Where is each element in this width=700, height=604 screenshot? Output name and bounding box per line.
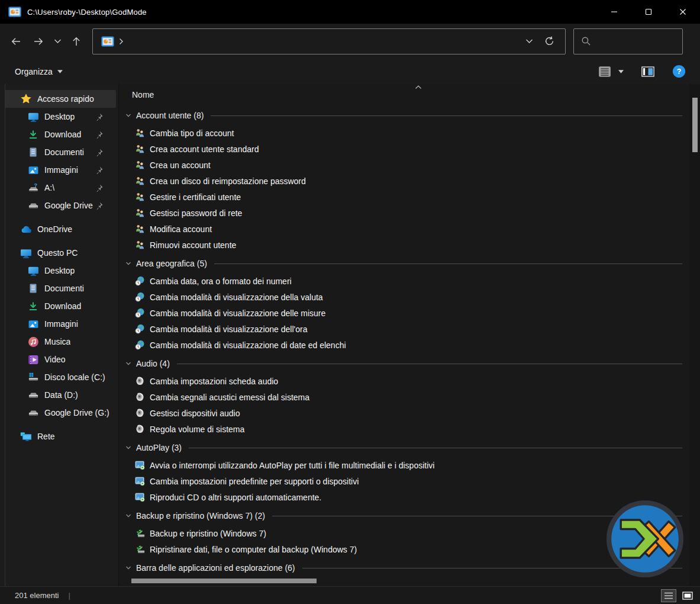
- breadcrumb[interactable]: [99, 35, 126, 48]
- group-header-area-geografica-5[interactable]: Area geografica (5): [119, 255, 685, 272]
- file-item-cambia-segnali-acustici-emessi-dal-sistema[interactable]: Cambia segnali acustici emessi dal siste…: [119, 389, 685, 405]
- file-item-rimuovi-account-utente[interactable]: Rimuovi account utente: [119, 237, 685, 253]
- control-panel-icon: [101, 36, 114, 47]
- file-item-crea-account-utente-standard[interactable]: Crea account utente standard: [119, 141, 685, 157]
- file-item-cambia-modalit-di-visualizzazione-di-date-ed-elenchi[interactable]: Cambia modalità di visualizzazione di da…: [119, 337, 685, 353]
- sort-ascending-icon[interactable]: [415, 85, 422, 89]
- backup-icon: [135, 528, 145, 538]
- close-button[interactable]: [666, 0, 700, 24]
- users-icon: [135, 192, 145, 202]
- preview-pane-button[interactable]: [638, 62, 658, 81]
- sidebar-item-musica[interactable]: Musica: [5, 333, 116, 351]
- file-item-cambia-data-ora-o-formato-dei-numeri[interactable]: Cambia data, ora o formato dei numeri: [119, 273, 685, 289]
- search-box[interactable]: [573, 28, 683, 54]
- file-item-gestisci-password-di-rete[interactable]: Gestisci password di rete: [119, 205, 685, 221]
- file-item-crea-un-account[interactable]: Crea un account: [119, 157, 685, 173]
- sidebar-item-label: Desktop: [44, 112, 75, 121]
- sidebar-item-download[interactable]: Download: [5, 297, 116, 315]
- file-item-regola-volume-di-sistema[interactable]: Regola volume di sistema: [119, 421, 685, 437]
- group-header-barra-delle-applicazioni-ed-esplorazione-6[interactable]: Barra delle applicazioni ed esplorazione…: [119, 560, 685, 576]
- vertical-scrollbar-thumb[interactable]: [692, 98, 698, 152]
- help-button[interactable]: ?: [669, 62, 689, 81]
- sidebar-item-label: Questo PC: [37, 248, 78, 258]
- file-item-label: Cambia modalità di visualizzazione della…: [150, 293, 323, 302]
- minimize-button[interactable]: [597, 0, 631, 24]
- details-view-toggle[interactable]: [661, 589, 676, 602]
- vertical-scrollbar[interactable]: [689, 84, 700, 586]
- file-item-avvia-o-interrompi-utilizzando-autoplay-per-tutti-i-file-multimediali-e-i-dispositivi[interactable]: Avvia o interrompi utilizzando AutoPlay …: [119, 457, 685, 473]
- maximize-button[interactable]: [631, 0, 666, 24]
- users-icon: [135, 160, 145, 170]
- sidebar-item-questo-pc[interactable]: Questo PC: [5, 244, 116, 262]
- group-autoplay-3: AutoPlay (3)Avvia o interrompi utilizzan…: [119, 437, 685, 505]
- group-divider-line: [177, 364, 682, 364]
- sidebar-item-video[interactable]: Video: [5, 351, 116, 368]
- sidebar-item-onedrive[interactable]: OneDrive: [5, 220, 116, 238]
- organizza-button[interactable]: Organizza: [15, 67, 63, 76]
- sidebar-item-disco-locale-c[interactable]: Disco locale (C:): [5, 368, 116, 386]
- maximize-icon: [645, 8, 652, 15]
- view-details-button[interactable]: [595, 62, 615, 81]
- file-item-crea-un-disco-di-reimpostazione-password[interactable]: Crea un disco di reimpostazione password: [119, 173, 685, 189]
- sidebar-item-documenti[interactable]: Documenti: [5, 143, 116, 161]
- details-view-icon: [598, 66, 611, 78]
- file-item-modifica-account[interactable]: Modifica account: [119, 221, 685, 237]
- file-item-riproduci-cd-o-altri-supporti-automaticamente[interactable]: Riproduci CD o altri supporti automatica…: [119, 489, 685, 505]
- sidebar-item-data-d[interactable]: Data (D:): [5, 386, 116, 404]
- dropdown-caret-icon: [618, 70, 624, 73]
- help-icon: ?: [672, 65, 686, 78]
- sidebar-item-rete[interactable]: Rete: [5, 428, 116, 445]
- items-count: 201 elementi: [15, 591, 59, 600]
- address-bar[interactable]: [92, 28, 566, 54]
- sidebar-item-documenti[interactable]: Documenti: [5, 279, 116, 297]
- thumbnail-view-toggle[interactable]: [680, 589, 695, 602]
- file-item-backup-e-ripristino-windows-7[interactable]: Backup e ripristino (Windows 7): [119, 525, 685, 541]
- column-header-nome[interactable]: Nome: [132, 90, 154, 99]
- file-item-cambia-modalit-di-visualizzazione-dell-ora[interactable]: Cambia modalità di visualizzazione dell'…: [119, 321, 685, 337]
- file-item-ripristinare-dati-file-o-computer-dal-backup-windows-7[interactable]: Ripristinare dati, file o computer dal b…: [119, 541, 685, 557]
- drive-icon: [27, 200, 39, 211]
- file-item-cambia-modalit-di-visualizzazione-delle-misure[interactable]: Cambia modalità di visualizzazione delle…: [119, 305, 685, 321]
- up-button[interactable]: [65, 31, 88, 52]
- search-input[interactable]: [597, 37, 668, 46]
- sidebar-item-desktop[interactable]: Desktop: [5, 262, 116, 279]
- file-item-gestire-i-certificati-utente[interactable]: Gestire i certificati utente: [119, 189, 685, 205]
- file-item-label: Crea account utente standard: [150, 144, 259, 154]
- content-area: Accesso rapidoDesktopDownloadDocumentiIm…: [0, 84, 700, 586]
- sidebar-item-download[interactable]: Download: [5, 126, 116, 143]
- file-item-cambia-modalit-di-visualizzazione-della-valuta[interactable]: Cambia modalità di visualizzazione della…: [119, 289, 685, 305]
- sidebar-item-label: Accesso rapido: [37, 94, 94, 104]
- group-header-autoplay-3[interactable]: AutoPlay (3): [119, 439, 685, 456]
- forward-button[interactable]: [27, 31, 50, 52]
- file-item-cambia-impostazioni-scheda-audio[interactable]: Cambia impostazioni scheda audio: [119, 373, 685, 389]
- refresh-button[interactable]: [539, 31, 559, 52]
- control-panel-icon: [8, 7, 21, 17]
- download-icon: [27, 128, 39, 140]
- sidebar-item-google-drive-g[interactable]: Google Drive (G:): [5, 404, 116, 422]
- address-dropdown-button[interactable]: [519, 31, 539, 52]
- documents-icon: [27, 146, 39, 158]
- pin-icon: [93, 111, 105, 123]
- network-icon: [20, 430, 32, 442]
- file-item-gestisci-dispositivi-audio[interactable]: Gestisci dispositivi audio: [119, 405, 685, 421]
- sidebar-item-accesso-rapido[interactable]: Accesso rapido: [5, 90, 116, 108]
- sidebar-item-immagini[interactable]: Immagini: [5, 161, 116, 179]
- file-item-cambia-impostazioni-predefinite-per-supporti-o-dispositivi[interactable]: Cambia impostazioni predefinite per supp…: [119, 473, 685, 489]
- view-dropdown-button[interactable]: [615, 62, 627, 81]
- group-header-audio-4[interactable]: Audio (4): [119, 355, 685, 372]
- sidebar-item-immagini[interactable]: Immagini: [5, 315, 116, 333]
- file-item-label: Backup e ripristino (Windows 7): [150, 529, 266, 538]
- group-label: Barra delle applicazioni ed esplorazione…: [136, 563, 295, 573]
- group-header-backup-e-ripristino-windows-7-2[interactable]: Backup e ripristino (Windows 7) (2): [119, 507, 685, 524]
- sidebar-item-desktop[interactable]: Desktop: [5, 108, 116, 126]
- back-button[interactable]: [5, 31, 27, 52]
- sidebar-item-a[interactable]: ?A:\: [5, 179, 116, 197]
- chevron-down-icon: [525, 38, 533, 44]
- horizontal-scrollbar-thumb[interactable]: [131, 579, 317, 583]
- group-header-account-utente-8[interactable]: Account utente (8): [119, 107, 685, 124]
- command-bar: Organizza ?: [0, 59, 700, 84]
- navigation-bar: [0, 24, 700, 59]
- file-item-cambia-tipo-di-account[interactable]: Cambia tipo di account: [119, 125, 685, 141]
- sidebar-item-google-drive-g[interactable]: Google Drive (G: [5, 197, 116, 214]
- recent-locations-button[interactable]: [50, 31, 65, 52]
